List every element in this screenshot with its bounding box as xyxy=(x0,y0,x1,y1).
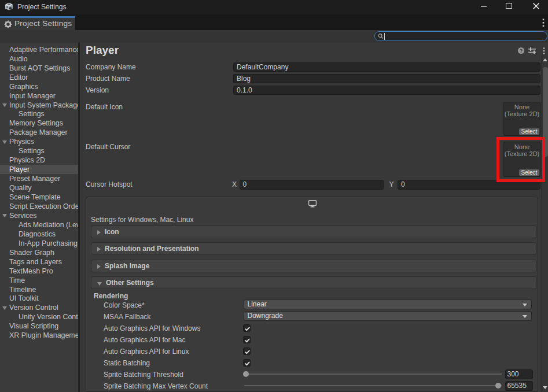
svg-text:?: ? xyxy=(520,48,523,54)
